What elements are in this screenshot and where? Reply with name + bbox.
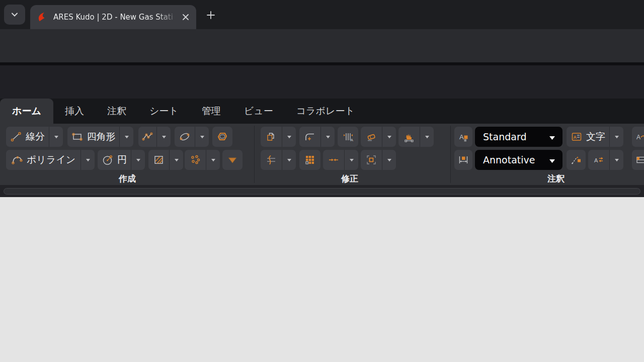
- dropdown-arrow-icon: [136, 158, 141, 162]
- ribbon-group: 線分四角形ポリライン円作成: [0, 124, 254, 185]
- drawing-viewport[interactable]: Section A 1:125 S1 Fuel dispenser nozzle: [0, 197, 644, 362]
- svg-text:A: A: [574, 135, 577, 140]
- dropdown-arrow-icon: [54, 135, 59, 139]
- ribbon-dropdown-toggle[interactable]: [80, 150, 95, 170]
- ribbon-group-label: 修正: [341, 173, 358, 185]
- ribbon-group: AStandardA文字AAnnotativeA注釈: [450, 124, 644, 185]
- close-icon: [182, 14, 189, 21]
- ribbon-tab-2[interactable]: 注釈: [96, 99, 138, 124]
- ribbon-dropdown-toggle[interactable]: [156, 127, 171, 147]
- dropdown-arrow-icon: [387, 135, 392, 139]
- dropdown-arrow-icon: [287, 158, 292, 162]
- ribbon-dropdown-toggle[interactable]: [195, 127, 209, 147]
- ribbon-dropdown-toggle[interactable]: [382, 127, 396, 147]
- ribbon-dropdown-toggle[interactable]: [382, 150, 396, 170]
- dropdown-arrow-icon: [549, 159, 555, 163]
- svg-text:A: A: [594, 157, 598, 163]
- ribbon-polygon-button[interactable]: [212, 127, 232, 147]
- svg-text:A: A: [459, 133, 464, 141]
- ribbon-ellipse-button[interactable]: [175, 127, 195, 147]
- ribbon-eraser-button[interactable]: [361, 127, 382, 147]
- dropdown-arrow-icon: [287, 135, 292, 139]
- ribbon-dropdown-toggle[interactable]: [609, 150, 623, 170]
- new-tab-button[interactable]: [203, 8, 218, 23]
- ribbon-scrollbar[interactable]: [4, 188, 640, 195]
- style-select-standard[interactable]: Standard: [475, 127, 562, 147]
- svg-text:A: A: [350, 138, 353, 142]
- ribbon-copy-button[interactable]: [261, 127, 282, 147]
- ribbon-nodes-button[interactable]: [138, 127, 156, 147]
- tab-title: ARES Kudo | 2D - New Gas Stati: [53, 13, 180, 22]
- tab-close-button[interactable]: [180, 12, 191, 23]
- ribbon-tab-3[interactable]: シート: [138, 99, 190, 124]
- ribbon-tab-4[interactable]: 管理: [190, 99, 232, 124]
- dropdown-arrow-icon: [200, 135, 205, 139]
- browser-toolbar: kudo.graebert.com/file/SF+SF_fcff2e0c-7a…: [0, 29, 644, 62]
- dropdown-arrow-icon: [162, 135, 167, 139]
- app-header: ARES® Kudo CLOUD CAD 2D - New Gas Statio…: [0, 65, 644, 99]
- chevron-down-icon: [11, 11, 19, 19]
- ribbon-dimlr-button[interactable]: [454, 150, 472, 170]
- ribbon-dropdown-toggle[interactable]: [344, 150, 358, 170]
- dropdown-arrow-icon: [174, 158, 179, 162]
- plus-icon: [206, 11, 215, 20]
- ribbon-textbtn-button[interactable]: A文字: [567, 127, 609, 147]
- ribbon-textflow-button[interactable]: A: [588, 150, 609, 170]
- svg-text:A: A: [636, 134, 640, 141]
- ribbon-join-button[interactable]: [323, 150, 344, 170]
- ribbon-dropdown-toggle[interactable]: [282, 150, 296, 170]
- tab-search-button[interactable]: [4, 5, 25, 25]
- ribbon-tab-5[interactable]: ビュー: [232, 99, 285, 124]
- ribbon-rows-button[interactable]: [632, 150, 644, 170]
- ribbon-tab-6[interactable]: コラボレート: [285, 99, 366, 124]
- ribbon-dropdown-toggle[interactable]: [131, 150, 145, 170]
- ares-flame-favicon: [37, 12, 48, 23]
- ribbon-dropdown-toggle[interactable]: [420, 127, 434, 147]
- dropdown-arrow-icon: [425, 135, 430, 139]
- ribbon-fillet-button[interactable]: [299, 127, 320, 147]
- ribbon-points-button[interactable]: [185, 150, 206, 170]
- ribbon-circle-button[interactable]: 円: [98, 150, 131, 170]
- ribbon-trim-button[interactable]: [261, 150, 282, 170]
- dropdown-arrow-icon: [614, 158, 619, 162]
- ribbon-array-button[interactable]: [299, 150, 320, 170]
- ribbon-dropdown-toggle[interactable]: [206, 150, 220, 170]
- ribbon-dropdown-toggle[interactable]: [49, 127, 63, 147]
- browser-tab-strip: ARES Kudo | 2D - New Gas Stati: [0, 0, 644, 29]
- style-select-annotative[interactable]: Annotative: [475, 150, 562, 170]
- ribbon-tab-home[interactable]: ホーム: [0, 99, 53, 124]
- ribbon-dropdown-toggle[interactable]: [282, 127, 296, 147]
- ribbon-group-label: 作成: [119, 173, 136, 185]
- ribbon-textstyle-button[interactable]: A: [454, 127, 472, 147]
- ribbon-explode-button[interactable]: A: [338, 127, 358, 147]
- dropdown-arrow-icon: [211, 158, 216, 162]
- ribbon-aarrow-button[interactable]: A: [632, 127, 644, 147]
- browser-tab[interactable]: ARES Kudo | 2D - New Gas Stati: [30, 5, 196, 29]
- ribbon-dropdown-toggle[interactable]: [169, 150, 183, 170]
- ribbon-bottom-strip: [0, 185, 644, 197]
- ribbon-dropdown-toggle[interactable]: [119, 127, 133, 147]
- ribbon-tab-bar: ホーム挿入注釈シート管理ビューコラボレート: [0, 99, 644, 124]
- ribbon-dropdown-toggle[interactable]: [609, 127, 623, 147]
- dropdown-arrow-icon: [387, 158, 392, 162]
- dropdown-arrow-icon: [614, 135, 619, 139]
- ribbon: 線分四角形ポリライン円作成A修正AStandardA文字AAnnotativeA…: [0, 124, 644, 185]
- dropdown-arrow-icon: [549, 136, 555, 140]
- ribbon-more-button[interactable]: [222, 150, 243, 170]
- ribbon-dropdown-toggle[interactable]: [320, 127, 335, 147]
- dropdown-arrow-icon: [86, 158, 91, 162]
- ribbon-group: A修正: [254, 124, 450, 185]
- dropdown-arrow-icon: [349, 158, 354, 162]
- ribbon-leader-button[interactable]: [567, 150, 586, 170]
- ribbon-hatch-button[interactable]: [148, 150, 169, 170]
- ribbon-polyline-button[interactable]: ポリライン: [6, 150, 80, 170]
- ribbon-line-button[interactable]: 線分: [6, 127, 49, 147]
- ribbon-scale-button[interactable]: [361, 150, 382, 170]
- ribbon-group-label: 注釈: [547, 173, 565, 185]
- dropdown-arrow-icon: [326, 135, 331, 139]
- ribbon-tab-1[interactable]: 挿入: [53, 99, 96, 124]
- ribbon-hand-button[interactable]: [398, 127, 420, 147]
- ribbon-rectangle-button[interactable]: 四角形: [67, 127, 119, 147]
- dropdown-arrow-icon: [124, 135, 129, 139]
